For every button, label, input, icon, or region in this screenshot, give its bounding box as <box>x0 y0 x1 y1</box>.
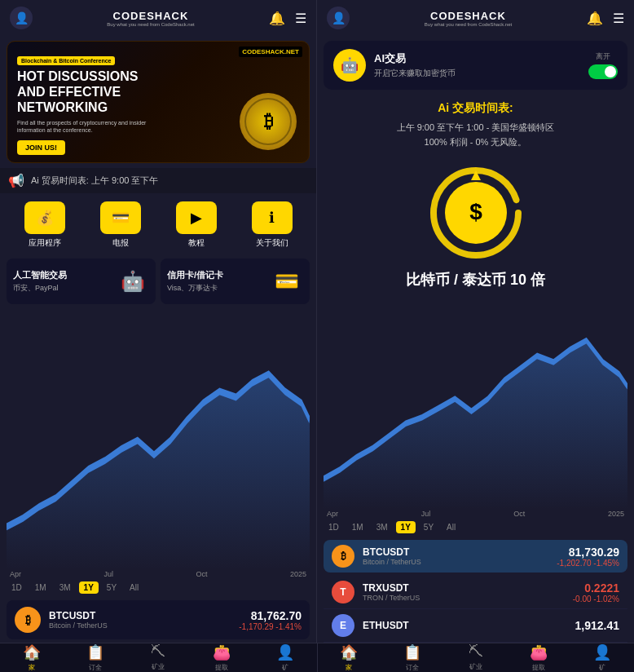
right-nav-profile-icon: 👤 <box>593 643 611 661</box>
ai-toggle-label: 离开 <box>596 51 610 62</box>
right-nav-withdraw[interactable]: 👛 提取 <box>508 643 571 672</box>
quick-item-tutorials[interactable]: ▶ 教程 <box>176 201 217 249</box>
right-nav-home[interactable]: 🏠 家 <box>318 643 381 672</box>
left-feature-cards: 人工智能交易 币安、PayPal 🤖 信用卡/借记卡 Visa、万事达卡 💳 <box>0 252 316 311</box>
right-coin-trx[interactable]: T TRXUSDT TRON / TetherUS 0.2221 -0.00 -… <box>324 576 627 609</box>
right-chart-tab-1d[interactable]: 1D <box>324 521 344 533</box>
telegram-icon-box: 💳 <box>100 201 141 234</box>
telegram-label: 电报 <box>112 237 129 249</box>
feature-card-credit[interactable]: 信用卡/借记卡 Visa、万事达卡 💳 <box>161 259 310 304</box>
right-nav-orders-label: 订全 <box>406 663 419 672</box>
right-nav-home-icon: 🏠 <box>340 643 358 661</box>
left-banner: Blockchain & Bitcoin Conference CODESHAC… <box>7 41 310 163</box>
left-panel: 👤 CODESHACK Buy what you need from CodeS… <box>0 0 317 643</box>
right-nav-mining[interactable]: ⛏ 矿业 <box>444 643 508 672</box>
svg-text:₿: ₿ <box>264 111 273 131</box>
ai-sub: 开启它来赚取加密货币 <box>374 68 580 79</box>
ai-schedule-line2: 100% 利润 - 0% 无风险。 <box>327 135 624 150</box>
ai-toggle-switch[interactable] <box>588 64 618 79</box>
right-chart-labels: Apr Jul Oct 2025 <box>324 510 627 518</box>
feature-card-ai[interactable]: 人工智能交易 币安、PayPal 🤖 <box>7 259 156 304</box>
right-chart-tab-5y[interactable]: 5Y <box>419 521 438 533</box>
right-chart-tab-1m[interactable]: 1M <box>347 521 368 533</box>
quick-item-telegram[interactable]: 💳 电报 <box>100 201 141 249</box>
right-user-icon[interactable]: 👤 <box>327 7 350 29</box>
right-chart-area <box>324 294 627 510</box>
left-nav-home-label: 家 <box>29 663 35 672</box>
right-bell-icon[interactable]: 🔔 <box>587 11 603 26</box>
right-chart-tab-3m[interactable]: 3M <box>372 521 393 533</box>
right-header: 👤 CODESHACK Buy what you need from CodeS… <box>317 0 634 36</box>
ai-card-sub: 币安、PayPal <box>13 283 67 294</box>
left-quick-menu: 💰 应用程序 💳 电报 ▶ 教程 ℹ 关于我们 <box>0 193 316 252</box>
right-chart-tab-1y[interactable]: 1Y <box>396 521 416 533</box>
banner-badge: Blockchain & Bitcoin Conference <box>17 56 115 65</box>
right-panel: 👤 CODESHACK Buy what you need from CodeS… <box>317 0 634 643</box>
left-coin-card[interactable]: ₿ BTCUSDT Bitcoin / TetherUS 81,762.70 -… <box>7 600 310 639</box>
trx-sub: TRON / TetherUS <box>363 594 565 602</box>
tutorials-icon-box: ▶ <box>176 201 217 234</box>
right-coin-eth[interactable]: E ETHUSDT 1,912.41 <box>324 609 627 643</box>
banner-codeshack-net: CODESHACK.NET <box>239 46 302 57</box>
left-nav-profile[interactable]: 👤 矿 <box>253 643 317 672</box>
ai-schedule-line1: 上午 9:00 至下午 1:00 - 美国华盛顿特区 <box>327 121 624 135</box>
left-nav-orders[interactable]: 📋 订全 <box>64 643 127 672</box>
right-coin-btc[interactable]: ₿ BTCUSDT Bitcoin / TetherUS 81,730.29 -… <box>324 540 627 573</box>
chart-tab-3m[interactable]: 3M <box>55 581 76 594</box>
btc-change: -1,202.70 -1.45% <box>557 559 619 568</box>
banner-title: HOT DISCUSSIONS AND EFFECTIVE NETWORKING <box>17 69 164 116</box>
left-nav-withdraw[interactable]: 👛 提取 <box>190 643 253 672</box>
right-nav-mining-label: 矿业 <box>469 662 482 671</box>
left-chart-labels: Apr Jul Oct 2025 <box>7 570 310 578</box>
left-coin-sub: Bitcoin / TetherUS <box>49 621 231 630</box>
credit-card-icon: 💳 <box>271 265 303 298</box>
left-header-icons: 🔔 ☰ <box>269 11 306 26</box>
right-header-icons: 🔔 ☰ <box>587 11 624 26</box>
trx-change: -0.00 -1.02% <box>573 595 619 603</box>
chart-tab-1m[interactable]: 1M <box>30 581 51 594</box>
chart-label-jul: Jul <box>103 570 113 578</box>
left-user-icon[interactable]: 👤 <box>10 7 33 29</box>
btc-price: 81,730.29 <box>557 546 619 559</box>
ai-title: AI交易 <box>374 51 580 66</box>
left-menu-icon[interactable]: ☰ <box>295 11 306 26</box>
ai-schedule: Ai 交易时间表: 上午 9:00 至下午 1:00 - 美国华盛顿特区 100… <box>317 95 634 156</box>
right-nav-withdraw-label: 提取 <box>532 663 545 672</box>
right-nav-profile[interactable]: 👤 矿 <box>570 643 634 672</box>
right-ai-card: 🤖 AI交易 开启它来赚取加密货币 离开 <box>324 41 627 90</box>
ai-card-icon: 🤖 <box>117 265 149 298</box>
right-menu-icon[interactable]: ☰ <box>613 11 624 26</box>
chart-tab-5y[interactable]: 5Y <box>102 581 121 594</box>
chart-label-2025: 2025 <box>290 570 306 578</box>
right-nav-home-label: 家 <box>346 663 352 672</box>
chart-tab-1d[interactable]: 1D <box>7 581 27 594</box>
left-nav-withdraw-icon: 👛 <box>213 643 231 661</box>
right-nav-orders[interactable]: 📋 订全 <box>381 643 444 672</box>
svg-marker-3 <box>7 374 310 570</box>
left-nav-withdraw-label: 提取 <box>215 663 228 672</box>
left-nav-mining[interactable]: ⛏ 矿业 <box>126 643 190 672</box>
btc-tether-label: 比特币 / 泰达币 10 倍 <box>317 270 634 290</box>
left-coin-price: 81,762.70 <box>239 609 302 622</box>
banner-subtitle: Find all the prospects of cryptocurrency… <box>17 119 147 134</box>
about-label: 关于我们 <box>256 237 288 249</box>
eth-name: ETHUSDT <box>363 620 567 631</box>
right-nav-profile-label: 矿 <box>599 663 605 672</box>
ai-avatar: 🤖 <box>333 49 366 82</box>
quick-item-apps[interactable]: 💰 应用程序 <box>24 201 65 249</box>
left-bell-icon[interactable]: 🔔 <box>269 11 285 26</box>
chart-tab-1y[interactable]: 1Y <box>79 581 99 594</box>
bottom-nav: 🏠 家 📋 订全 ⛏ 矿业 👛 提取 👤 矿 🏠 家 📋 订全 <box>0 643 634 672</box>
chart-tab-all[interactable]: All <box>125 581 143 594</box>
banner-join-button[interactable]: JOIN US! <box>17 140 65 155</box>
left-nav-orders-icon: 📋 <box>86 643 104 661</box>
right-chart-section: Apr Jul Oct 2025 1D 1M 3M 1Y 5Y All <box>317 294 634 537</box>
left-nav-home-icon: 🏠 <box>23 643 41 661</box>
dollar-circle: $ <box>427 164 525 262</box>
right-chart-tab-all[interactable]: All <box>442 521 460 533</box>
ticker-text: Ai 贸易时间表: 上午 9:00 至下午 <box>31 175 158 187</box>
left-nav-home[interactable]: 🏠 家 <box>0 643 64 672</box>
btc-avatar: ₿ <box>332 545 354 568</box>
quick-item-about[interactable]: ℹ 关于我们 <box>252 201 293 249</box>
left-coin-change: -1,170.29 -1.41% <box>239 622 302 631</box>
